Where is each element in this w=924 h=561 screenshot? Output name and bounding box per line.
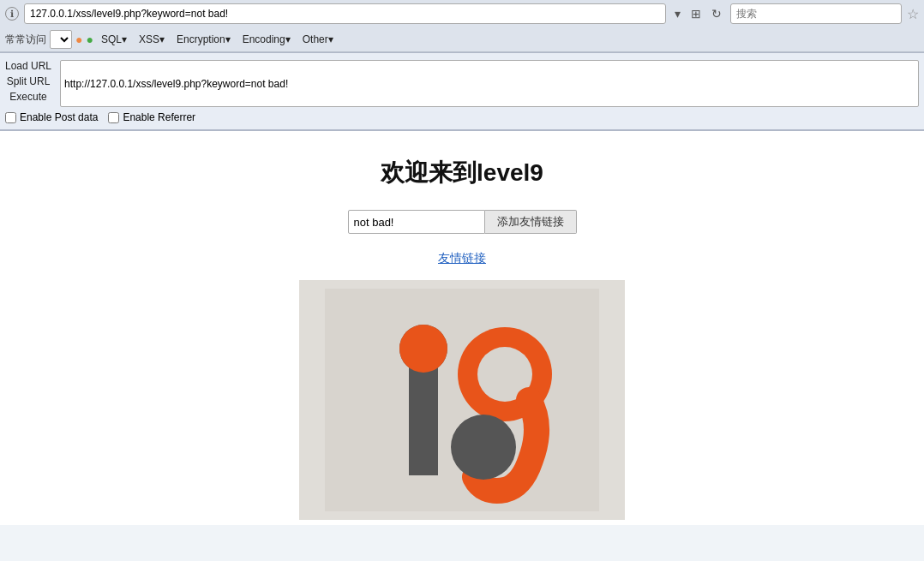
bookmark-star-icon[interactable]: ☆ bbox=[907, 6, 919, 22]
enable-referrer-text: Enable Referrer bbox=[123, 111, 195, 123]
friendly-link[interactable]: 友情链接 bbox=[438, 251, 486, 266]
load-url-button[interactable]: Load URL bbox=[0, 58, 57, 74]
sql-menu[interactable]: SQL▾ bbox=[97, 32, 131, 47]
keyword-input[interactable] bbox=[348, 210, 485, 234]
browser-chrome: ℹ ▾ ⊞ ↻ ☆ 常常访问 ● ● SQL▾ XSS▾ Encryption▾… bbox=[0, 0, 924, 53]
logo-svg bbox=[325, 289, 599, 511]
execute-button[interactable]: Execute bbox=[0, 89, 57, 104]
page-title: 欢迎来到level9 bbox=[381, 157, 543, 189]
enable-post-checkbox[interactable] bbox=[5, 112, 16, 123]
encoding-menu[interactable]: Encoding▾ bbox=[238, 32, 295, 47]
encryption-menu[interactable]: Encryption▾ bbox=[172, 32, 235, 47]
enable-post-text: Enable Post data bbox=[20, 111, 98, 123]
bookmark-label: 常常访问 bbox=[5, 33, 46, 47]
info-icon[interactable]: ℹ bbox=[5, 7, 19, 21]
address-bar-right: ▾ ⊞ ↻ bbox=[671, 5, 725, 22]
logo-image bbox=[299, 280, 625, 520]
reload-icon[interactable]: ↻ bbox=[708, 5, 725, 22]
dot-green-icon: ● bbox=[86, 33, 93, 46]
svg-point-6 bbox=[451, 415, 516, 480]
enable-referrer-checkbox[interactable] bbox=[108, 112, 119, 123]
enable-post-label[interactable]: Enable Post data bbox=[5, 111, 98, 123]
toolbar-row: 常常访问 ● ● SQL▾ XSS▾ Encryption▾ Encoding▾… bbox=[0, 27, 924, 52]
hackbar-panel: Load URL Split URL Execute Enable Post d… bbox=[0, 53, 924, 131]
search-input[interactable] bbox=[730, 3, 902, 24]
dot-orange-icon: ● bbox=[75, 33, 82, 46]
address-bar: ℹ ▾ ⊞ ↻ ☆ bbox=[0, 0, 924, 27]
page-content: 欢迎来到level9 添加友情链接 友情链接 bbox=[0, 131, 924, 525]
dropdown-icon[interactable]: ▾ bbox=[671, 5, 684, 22]
search-form: 添加友情链接 bbox=[348, 210, 577, 234]
svg-rect-2 bbox=[409, 364, 438, 475]
xss-menu[interactable]: XSS▾ bbox=[135, 32, 169, 47]
grid-icon[interactable]: ⊞ bbox=[687, 5, 705, 22]
hackbar-checkboxes: Enable Post data Enable Referrer bbox=[0, 109, 924, 126]
split-url-button[interactable]: Split URL bbox=[0, 74, 57, 89]
enable-referrer-label[interactable]: Enable Referrer bbox=[108, 111, 195, 123]
address-input[interactable] bbox=[24, 3, 666, 24]
toolbar-dropdown[interactable] bbox=[50, 30, 72, 49]
svg-point-5 bbox=[399, 325, 447, 373]
hackbar-url-input[interactable] bbox=[60, 60, 919, 107]
svg-rect-0 bbox=[325, 289, 599, 511]
other-menu[interactable]: Other▾ bbox=[298, 32, 338, 47]
add-link-button[interactable]: 添加友情链接 bbox=[485, 210, 577, 234]
